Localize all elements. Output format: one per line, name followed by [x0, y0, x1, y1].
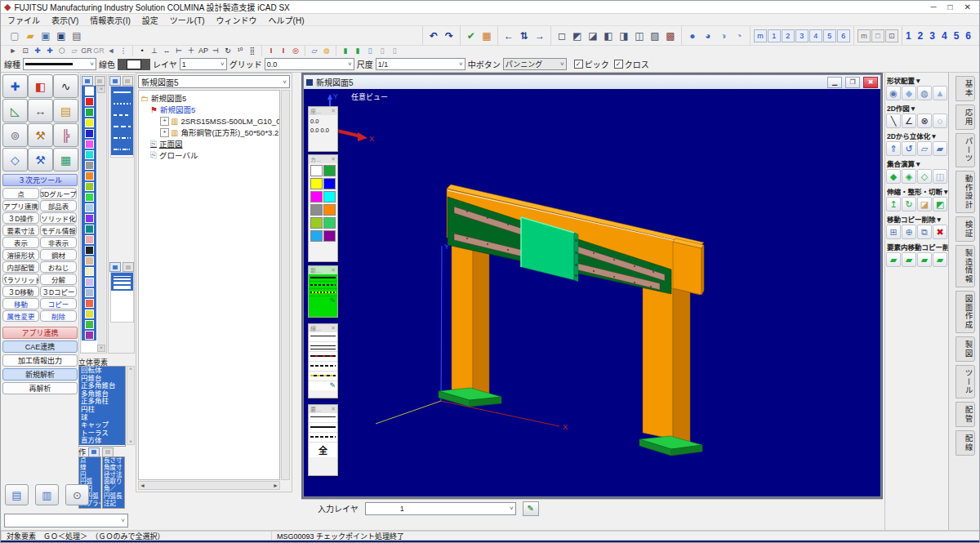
section-icon-1[interactable]: ↥: [886, 197, 901, 211]
memory-view-button[interactable]: 3: [795, 29, 808, 42]
layer-color-item[interactable]: [82, 256, 96, 266]
view-cube-icon[interactable]: ▩: [663, 29, 678, 43]
layer-color-item[interactable]: [82, 149, 96, 160]
linewidth-hide-button[interactable]: [122, 262, 134, 272]
edit-tool-icon[interactable]: ►: [7, 47, 19, 56]
capsule-icon[interactable]: ▯: [389, 47, 400, 56]
color-swatch[interactable]: [323, 191, 336, 203]
work-dimension-item[interactable]: 注記: [103, 501, 124, 508]
section-icon-1[interactable]: ⇑: [886, 141, 901, 156]
section-icon-4[interactable]: ▰: [933, 141, 947, 156]
mode-tab[interactable]: ツール: [956, 365, 975, 399]
command-button[interactable]: ３Dコピー: [40, 286, 77, 297]
check-group-icon[interactable]: ▦: [479, 29, 494, 43]
quick-view-number[interactable]: 4: [942, 30, 947, 42]
coordinate-palette[interactable]: 座...✕ 0.0 0.0 0.0: [308, 106, 338, 152]
color-swatch[interactable]: [310, 178, 323, 189]
snap-icon[interactable]: ⣿: [247, 47, 258, 56]
section-icon-2[interactable]: ↺: [902, 141, 916, 156]
palette-close-icon[interactable]: ✕: [331, 267, 336, 274]
memory-view-button[interactable]: m: [754, 29, 767, 42]
color-column-show-button[interactable]: [82, 76, 93, 86]
menu-item[interactable]: ウィンドウ: [216, 14, 257, 26]
section-icon-4[interactable]: ◩: [933, 197, 947, 211]
screw-icon[interactable]: I: [265, 47, 277, 56]
section-icon-2[interactable]: ◆: [902, 86, 916, 100]
toolbar-icon[interactable]: ▣: [38, 29, 53, 43]
palette-tool-button[interactable]: ◧: [28, 74, 53, 98]
viewport-canvas[interactable]: 任意ビュー Y X: [304, 89, 880, 496]
command-button[interactable]: 点: [2, 188, 39, 199]
input-layer-edit-button[interactable]: ✎: [523, 501, 539, 516]
section-header[interactable]: 移動コピー削除▼: [886, 213, 947, 224]
child-titlebar[interactable]: 新規図面5 ▁ ❐ ✖: [304, 75, 880, 89]
tree-drawing-dropdown[interactable]: 新規図面5˅: [138, 75, 290, 88]
tree-item-drawing[interactable]: ⚑ 新規図面5: [139, 104, 279, 115]
line-style-item[interactable]: [111, 87, 133, 98]
section-header[interactable]: 2D作図▼: [886, 102, 947, 113]
screw-icon[interactable]: ◎: [290, 47, 301, 56]
toolbar-icon[interactable]: ▰: [23, 29, 38, 43]
snap-icon[interactable]: ↻: [222, 47, 234, 56]
check-group-icon[interactable]: ✔: [464, 29, 479, 43]
layer-color-item[interactable]: [82, 171, 96, 181]
palette-close-icon[interactable]: ✕: [331, 325, 336, 332]
palette-tool-button[interactable]: ⚒: [28, 148, 53, 171]
tree-vertical-scrollbar[interactable]: [281, 90, 290, 480]
layer-color-item[interactable]: [82, 96, 96, 107]
section-icon-2[interactable]: ⊕: [902, 225, 916, 239]
edit-tool-icon[interactable]: ⬡: [56, 47, 68, 56]
close-button[interactable]: ✕: [964, 2, 971, 11]
color-column-hide-button[interactable]: [95, 76, 106, 86]
section-icon-3[interactable]: ▰: [917, 252, 932, 267]
command-button[interactable]: アプリ連携: [2, 200, 39, 211]
palette-close-icon[interactable]: ✕: [331, 108, 336, 114]
section-header[interactable]: 2Dから立体化▼: [886, 130, 947, 140]
window-arrange-button[interactable]: ⊡: [885, 29, 898, 42]
shade-mode-icon[interactable]: ◕: [701, 29, 715, 43]
section-header[interactable]: 要素内移動コピー削除▼: [886, 241, 947, 251]
palette-close-icon[interactable]: ✕: [331, 156, 336, 162]
toolbar-icon[interactable]: ▤: [69, 29, 84, 43]
window-arrange-button[interactable]: □: [871, 29, 884, 42]
section-icon-4[interactable]: ▰: [933, 252, 947, 267]
view-cube-icon[interactable]: ◧: [601, 29, 616, 43]
tree-item-part[interactable]: + ▥ 2SRS15MSS-500LM_G10_0_0_43_0_0_: [139, 115, 279, 127]
menu-item[interactable]: ヘルプ(H): [269, 14, 305, 26]
mode-tab[interactable]: 基本: [956, 76, 975, 101]
memory-view-button[interactable]: 4: [809, 29, 822, 42]
palette-tool-button[interactable]: ▤: [53, 99, 78, 122]
view-cube-icon[interactable]: ▨: [648, 29, 662, 43]
menu-item[interactable]: 情報表示(I): [90, 14, 130, 26]
section-icon-3[interactable]: ◇: [917, 169, 932, 184]
capsule-icon[interactable]: ▮: [340, 47, 351, 56]
layer-color-item[interactable]: [82, 181, 96, 192]
command-button[interactable]: モデル情報: [40, 225, 77, 236]
section-icon-3[interactable]: ⊗: [917, 113, 932, 128]
palette-tool-button[interactable]: ⚒: [28, 123, 53, 147]
new-style-palette[interactable]: 新...✕ ✎: [308, 265, 338, 318]
mode-tab[interactable]: 動作設計: [956, 171, 975, 213]
quick-view-number[interactable]: 6: [965, 30, 971, 42]
palette-tool-button[interactable]: ⊚: [2, 123, 28, 147]
tree-horizontal-scrollbar[interactable]: ◄►: [138, 481, 280, 490]
settings-checkbox[interactable]: ✓ピック: [574, 58, 609, 70]
layer-color-item[interactable]: [82, 160, 96, 171]
arrow-group-icon[interactable]: →: [532, 29, 547, 43]
section-icon-4[interactable]: ◌: [933, 113, 947, 128]
color-swatch[interactable]: [310, 165, 323, 176]
mode-tab[interactable]: 図面作成: [956, 291, 975, 333]
palette-close-icon[interactable]: ✕: [331, 406, 336, 412]
child-minimize-button[interactable]: ▁: [827, 77, 842, 88]
window-arrange-button[interactable]: m: [858, 29, 871, 42]
edit-tool-icon[interactable]: GR: [93, 47, 105, 56]
section-icon-4[interactable]: ▲: [933, 86, 947, 100]
command-button[interactable]: 部品表: [40, 200, 77, 211]
palette-tool-button[interactable]: ↔: [28, 99, 53, 122]
middle-button-combo[interactable]: パンニング˅: [503, 58, 567, 70]
color-swatch[interactable]: [310, 217, 323, 229]
misc-icon[interactable]: ▱: [309, 47, 320, 56]
palette-tool-button[interactable]: ▦: [53, 148, 78, 171]
section-icon-4[interactable]: ◫: [933, 169, 947, 184]
section-icon-1[interactable]: ▰: [886, 252, 901, 267]
